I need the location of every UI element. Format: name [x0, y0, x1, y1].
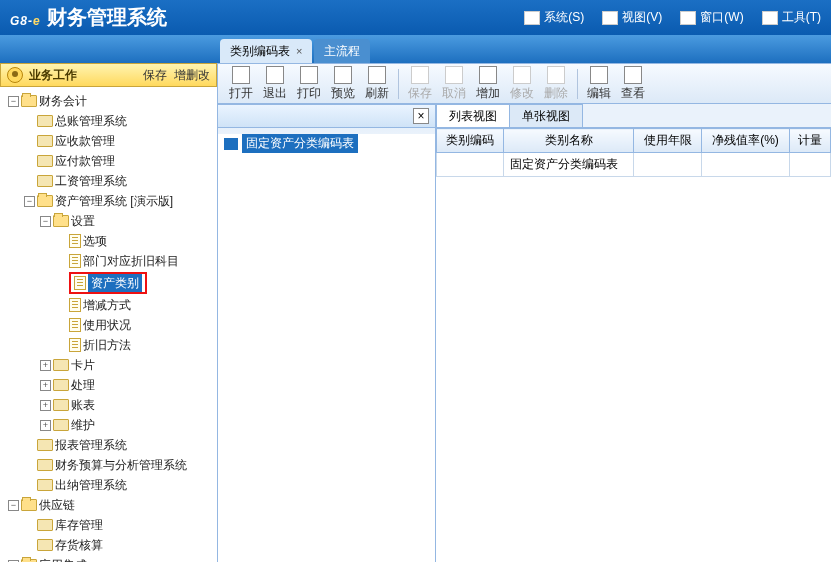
tree-label: 应收款管理	[55, 132, 115, 150]
col-header[interactable]: 使用年限	[634, 129, 701, 153]
tree-node[interactable]: 应收款管理	[22, 131, 217, 151]
refresh-button[interactable]: 刷新	[360, 66, 394, 102]
view-button[interactable]: 查看	[616, 66, 650, 102]
tree-node[interactable]: 报表管理系统	[22, 435, 217, 455]
grid-cell[interactable]	[634, 153, 701, 177]
menu-system[interactable]: 系统(S)	[524, 9, 584, 26]
tree-label: 出纳管理系统	[55, 476, 127, 494]
tab-main-flow[interactable]: 主流程	[314, 39, 370, 63]
modify-button: 修改	[505, 66, 539, 102]
collapse-icon[interactable]: −	[24, 196, 35, 207]
tree-node[interactable]: 库存管理	[22, 515, 217, 535]
edit-button[interactable]: 编辑	[582, 66, 616, 102]
tree-node-integration[interactable]: −应用集成	[6, 555, 217, 562]
expand-icon[interactable]: +	[40, 380, 51, 391]
cancel-button: 取消	[437, 66, 471, 102]
tools-icon	[762, 11, 778, 25]
refresh-icon	[368, 66, 386, 84]
panel-root-node[interactable]: 固定资产分类编码表	[222, 132, 431, 155]
col-header[interactable]: 净残值率(%)	[701, 129, 789, 153]
category-tree-panel: × 固定资产分类编码表	[218, 104, 436, 562]
col-header[interactable]: 类别编码	[437, 129, 504, 153]
collapse-icon[interactable]: −	[8, 96, 19, 107]
tree-node-asset-mgmt[interactable]: −资产管理系统 [演示版]	[22, 191, 217, 211]
file-icon	[69, 338, 81, 352]
tree-node[interactable]: 出纳管理系统	[22, 475, 217, 495]
tree-leaf[interactable]: 增减方式	[54, 295, 217, 315]
grid-row[interactable]: 固定资产分类编码表	[437, 153, 831, 177]
tbtn-label: 修改	[510, 85, 534, 102]
folder-icon	[37, 519, 53, 531]
folder-icon	[37, 439, 53, 451]
tree-leaf[interactable]: 使用状况	[54, 315, 217, 335]
open-button[interactable]: 打开	[224, 66, 258, 102]
grid-cell[interactable]: 固定资产分类编码表	[504, 153, 634, 177]
sidebar-edit-button[interactable]: 增删改	[174, 68, 210, 82]
expand-icon[interactable]: +	[40, 360, 51, 371]
expand-icon[interactable]: +	[40, 400, 51, 411]
tbtn-label: 编辑	[587, 85, 611, 102]
menu-tools[interactable]: 工具(T)	[762, 9, 821, 26]
folder-icon	[37, 135, 53, 147]
menu-label: 工具(T)	[782, 9, 821, 26]
data-grid[interactable]: 类别编码 类别名称 使用年限 净残值率(%) 计量 固定资产分类编码表	[436, 128, 831, 562]
folder-icon	[53, 215, 69, 227]
tree-node-supply[interactable]: −供应链	[6, 495, 217, 515]
header-menu: 系统(S) 视图(V) 窗口(W) 工具(T)	[524, 9, 821, 26]
close-icon[interactable]: ×	[413, 108, 429, 124]
tree-label: 设置	[71, 212, 95, 230]
app-logo: G8-e	[10, 5, 41, 31]
tree-label: 应用集成	[39, 556, 87, 562]
tree-node[interactable]: 存货核算	[22, 535, 217, 555]
tree-label: 供应链	[39, 496, 75, 514]
menu-view[interactable]: 视图(V)	[602, 9, 662, 26]
tree-label: 资产管理系统 [演示版]	[55, 192, 173, 210]
tree-node[interactable]: 应付款管理	[22, 151, 217, 171]
tree-node[interactable]: 财务预算与分析管理系统	[22, 455, 217, 475]
window-icon	[680, 11, 696, 25]
file-icon	[74, 276, 86, 290]
add-button[interactable]: 增加	[471, 66, 505, 102]
grid-cell[interactable]	[437, 153, 504, 177]
col-header[interactable]: 计量	[790, 129, 831, 153]
logo-e: e	[33, 14, 41, 28]
grid-cell[interactable]	[790, 153, 831, 177]
close-icon[interactable]: ×	[296, 45, 302, 57]
collapse-icon[interactable]: −	[40, 216, 51, 227]
tree-node[interactable]: 总账管理系统	[22, 111, 217, 131]
tree-node[interactable]: +维护	[38, 415, 217, 435]
preview-button[interactable]: 预览	[326, 66, 360, 102]
tree-label: 选项	[83, 232, 107, 250]
save-icon	[411, 66, 429, 84]
tree-node[interactable]: +账表	[38, 395, 217, 415]
nav-tree: −财务会计 总账管理系统 应收款管理 应付款管理 工资管理系统 −资产管理系统 …	[0, 87, 217, 562]
exit-icon	[266, 66, 284, 84]
exit-button[interactable]: 退出	[258, 66, 292, 102]
grid-header-row: 类别编码 类别名称 使用年限 净残值率(%) 计量	[437, 129, 831, 153]
tree-node[interactable]: +卡片	[38, 355, 217, 375]
separator	[577, 69, 578, 99]
tab-single-view[interactable]: 单张视图	[509, 104, 583, 127]
expand-icon[interactable]: +	[40, 420, 51, 431]
tree-node-settings[interactable]: −设置	[38, 211, 217, 231]
col-header[interactable]: 类别名称	[504, 129, 634, 153]
separator	[398, 69, 399, 99]
tree-node[interactable]: 工资管理系统	[22, 171, 217, 191]
data-panel: 列表视图 单张视图 类别编码 类别名称 使用年限 净残值率(%) 计量	[436, 104, 831, 562]
tree-leaf-asset-category[interactable]: 资产类别	[54, 271, 217, 295]
tree-leaf[interactable]: 折旧方法	[54, 335, 217, 355]
tree-leaf[interactable]: 部门对应折旧科目	[54, 251, 217, 271]
tree-leaf[interactable]: 选项	[54, 231, 217, 251]
sidebar-save-button[interactable]: 保存	[143, 68, 167, 82]
folder-icon	[37, 479, 53, 491]
tab-category-code[interactable]: 类别编码表×	[220, 39, 312, 63]
tree-node-finance[interactable]: −财务会计	[6, 91, 217, 111]
folder-icon	[37, 539, 53, 551]
menu-label: 窗口(W)	[700, 9, 743, 26]
collapse-icon[interactable]: −	[8, 500, 19, 511]
menu-window[interactable]: 窗口(W)	[680, 9, 743, 26]
tab-list-view[interactable]: 列表视图	[436, 104, 510, 127]
tree-node[interactable]: +处理	[38, 375, 217, 395]
print-button[interactable]: 打印	[292, 66, 326, 102]
grid-cell[interactable]	[701, 153, 789, 177]
